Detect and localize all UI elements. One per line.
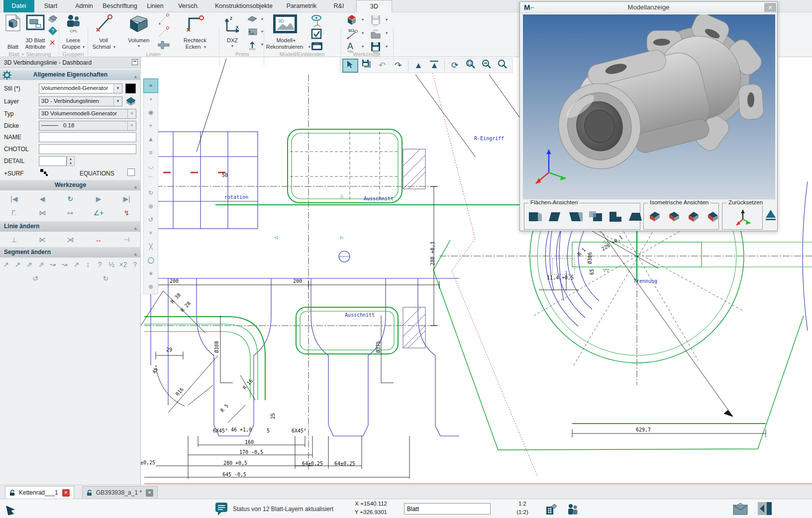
go-previous-button[interactable]: ◀ [37,193,48,204]
users-icon[interactable] [566,503,579,516]
undo-button[interactable]: ↶ [375,59,390,72]
volumen-button[interactable]: Volumen [128,37,150,43]
voll-schmal-button[interactable]: Voll [99,37,108,43]
sheet-grid-icon[interactable] [545,503,558,516]
dxf-save-dropdown[interactable]: ▾ [386,17,388,22]
star-point-tool[interactable]: ∗ [144,267,158,280]
dxz-button[interactable]: DXZ [227,37,238,43]
null-tool[interactable]: ⊗ [144,280,158,294]
segment-query-tool[interactable]: ? [129,259,140,270]
zx-folder-icon[interactable] [247,26,258,36]
zoom-window-button[interactable] [463,59,478,72]
volumen-dropdown[interactable]: ▾ [138,44,140,48]
segment-offset-tool[interactable]: ⇗ [36,259,47,270]
detail-input[interactable] [39,156,67,166]
segment-angle-query-tool[interactable]: ? [94,259,105,270]
modellanzeige-title-bar[interactable]: M⌐ Modellanzeige ✕ [520,2,777,13]
typ-select[interactable]: 3D Volumenmodell-Generator▼ [39,109,136,119]
layers-icon[interactable] [47,15,58,24]
plane-prim-dropdown[interactable]: ▾ [261,17,263,21]
dxz-dropdown[interactable]: ▾ [231,44,233,48]
dxf-open-dropdown[interactable]: ▾ [386,31,388,35]
panel-collapse-icon[interactable] [757,502,772,516]
cube-export-icon[interactable] [345,14,359,27]
rechteck-ecken-button[interactable]: Ecken [186,44,201,50]
leere-gruppe-icon[interactable]: CPL [65,14,83,34]
tab-datei[interactable]: Datei [3,0,34,12]
voll-schmal-dropdown[interactable]: ▾ [113,45,115,49]
volumen-icon[interactable] [127,14,150,34]
snap-cone-tool[interactable]: ▲ [144,133,158,146]
tab-linien[interactable]: Linien [147,0,163,12]
close-sheet-icon[interactable]: ✕ [146,489,153,497]
curve-tool[interactable]: ◡ [144,160,158,173]
segment-arc-tool[interactable]: ↝ [59,259,70,270]
modellanzeige-window[interactable]: M⌐ Modellanzeige ✕ [519,1,778,231]
snap-emitter-tool[interactable]: ◉ [144,106,158,119]
rechteck-ecken-button[interactable]: Rechteck [184,37,206,43]
collapse-icon[interactable]: ▲ [133,223,138,234]
line-mirror-right-tool[interactable]: ⋊ [65,234,76,245]
dxf-open-icon[interactable]: DXF [369,27,383,40]
loop-tool[interactable]: ↺ [144,213,158,227]
reset-axes-icon[interactable] [734,208,752,227]
snap-connection-tool[interactable]: ≈ [144,79,158,92]
gear-icon[interactable] [2,71,11,80]
modell-rekonstruieren-button[interactable]: Rekonstruieren [266,44,304,50]
tab-beschriftung[interactable]: Beschriftung [102,0,137,12]
construction-line-icon[interactable] [157,13,170,25]
leere-gruppe-button[interactable]: Leere [66,37,80,43]
zoom-out-button[interactable] [479,59,494,72]
modell-rekonstruieren-button[interactable]: Modell+ [277,37,296,43]
view-back-icon[interactable] [547,209,564,224]
plane-prim-icon[interactable] [247,14,258,23]
mode-input[interactable] [404,503,491,515]
blatt-icon[interactable] [4,14,22,33]
3d-blatt-attribute-button[interactable]: Attribute [25,44,46,50]
angle-add-tool[interactable]: ∠+ [93,207,104,218]
segment-length-tool[interactable]: ↕ [83,259,94,270]
arc-tool[interactable]: ⌒ [144,173,158,186]
voll-schmal-button[interactable]: Schmal [93,44,111,50]
line-endpoints-tool[interactable]: ↔ [93,234,104,245]
view-bottom-icon[interactable] [627,209,644,224]
segment-curve-tool[interactable]: ↝ [47,259,58,270]
segment-stretch-tool[interactable]: ⇗ [24,259,35,270]
segment-point-tool[interactable]: ↗ [71,259,82,270]
3d-blatt-attribute-icon[interactable] [26,14,45,31]
move-top-button[interactable]: ▲ [427,59,442,72]
cursor-mode-icon[interactable] [5,503,17,516]
name-input[interactable] [39,132,136,142]
tab-ri[interactable]: R&I [334,0,344,12]
delete-icon[interactable]: ✕ [49,38,56,47]
scl-line-dropdown[interactable]: ▾ [362,31,364,35]
pvd-screen-icon[interactable]: PVD [310,41,323,51]
profile-icon[interactable] [157,39,170,50]
line-split-tool[interactable]: ⊥ [8,234,19,245]
section-header-segment-aendern[interactable]: Segment ändern ▲ [0,247,141,258]
fit-view-button[interactable] [766,210,776,220]
construction-line2-icon[interactable] [157,26,170,38]
line-extend-tool[interactable]: ↦ [65,207,76,218]
view-axes-icon[interactable] [309,14,326,27]
rechteck-ecken-icon[interactable] [185,14,205,33]
segment-half-tool[interactable]: ½ [106,259,117,270]
reload-button[interactable]: ↻ [65,193,76,204]
section-header-linie-aendern[interactable]: Linie ändern ▲ [0,221,141,232]
zx-folder-dropdown[interactable]: ▾ [261,29,263,34]
view-front-icon[interactable] [527,209,544,224]
go-next-button[interactable]: ▶ [93,193,104,204]
zoom-nav-button[interactable] [495,59,510,72]
dxf-save-icon[interactable]: DXF [369,14,383,27]
mail-icon[interactable] [732,503,748,516]
detail-spinner[interactable]: ▲▼ [67,156,75,166]
tab-parametrik[interactable]: Parametrik [287,0,316,12]
leere-gruppe-dropdown[interactable]: ▾ [83,45,85,49]
line-number-tool[interactable]: Γ. [8,207,19,218]
select-cursor-button[interactable] [343,59,358,72]
move-up-button[interactable]: ▲ [411,59,426,72]
view-left-icon[interactable] [567,209,584,224]
line-trim-tool[interactable]: ⊣ [121,234,132,245]
color-swatch[interactable] [125,84,136,93]
section-header-werkzeuge[interactable]: Werkzeuge ▲ [0,180,141,190]
